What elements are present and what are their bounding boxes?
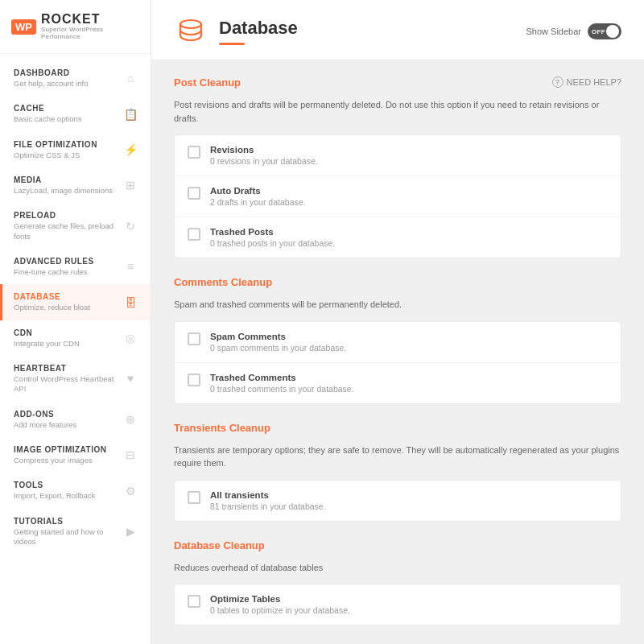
sidebar-item-advanced-rules[interactable]: ADVANCED RULES Fine-tune cache rules ≡ — [0, 249, 151, 284]
sidebar-item-file-optimization[interactable]: FILE OPTIMIZATION Optimize CSS & JS ⚡ — [0, 132, 151, 167]
page-header: Database Show Sidebar OFF — [151, 0, 644, 60]
sidebar-toggle-switch[interactable]: OFF — [588, 23, 621, 39]
section-comments-cleanup: Comments CleanupSpam and trashed comment… — [174, 276, 621, 404]
section-title-post-cleanup: Post Cleanup — [174, 76, 241, 89]
nav-label-cache: CACHE — [14, 103, 118, 114]
sidebar-item-preload[interactable]: PRELOAD Generate cache files, preload fo… — [0, 203, 151, 249]
nav-sublabel-tutorials: Getting started and how to videos — [14, 527, 118, 547]
logo: WP ROCKET Superior WordPress Performance — [0, 0, 151, 54]
nav-icon-cache: 📋 — [122, 105, 139, 123]
nav-label-tools: TOOLS — [14, 480, 118, 490]
options-card-comments-cleanup: Spam Comments 0 spam comments in your da… — [174, 321, 621, 404]
main-content: Database Show Sidebar OFF Post Cleanup ?… — [151, 0, 644, 644]
sidebar-item-media[interactable]: MEDIA LazyLoad, image dimensions ⊞ — [0, 167, 151, 203]
page-title-underline — [219, 43, 245, 45]
section-description-post-cleanup: Post revisions and drafts will be perman… — [174, 98, 621, 125]
table-row: Optimize Tables 0 tables to optimize in … — [175, 584, 621, 625]
checkbox-revisions[interactable] — [188, 146, 200, 159]
checkbox-trashed-comments[interactable] — [188, 374, 200, 386]
nav-sublabel-file-optimization: Optimize CSS & JS — [14, 151, 118, 160]
show-sidebar-label: Show Sidebar — [526, 27, 582, 36]
option-label-auto-drafts: Auto Drafts — [210, 186, 608, 196]
nav-sublabel-advanced-rules: Fine-tune cache rules — [14, 267, 118, 277]
sidebar-item-tools[interactable]: TOOLS Import, Export, Rollback ⚙ — [0, 473, 151, 508]
nav-icon-heartbeat: ♥ — [122, 369, 139, 387]
sidebar-item-dashboard[interactable]: DASHBOARD Get help, account info ⌂ — [0, 60, 151, 96]
nav-label-file-optimization: FILE OPTIMIZATION — [14, 139, 118, 150]
sidebar-item-heartbeat[interactable]: HEARTBEAT Control WordPress Heartbeat AP… — [0, 356, 151, 402]
option-sublabel-trashed-posts: 0 trashed posts in your database. — [210, 238, 608, 248]
nav-sublabel-cache: Basic cache options — [14, 114, 118, 124]
section-transients-cleanup: Transients CleanupTransients are tempora… — [174, 422, 621, 522]
sidebar-item-image-optimization[interactable]: IMAGE OPTIMIZATION Compress your images … — [0, 437, 151, 473]
nav-label-dashboard: DASHBOARD — [14, 68, 118, 78]
svg-point-0 — [180, 20, 201, 28]
table-row: Spam Comments 0 spam comments in your da… — [175, 322, 621, 363]
sidebar-item-database[interactable]: DATABASE Optimize, reduce bloat 🗄 — [0, 284, 151, 320]
options-card-database-cleanup: Optimize Tables 0 tables to optimize in … — [174, 584, 621, 625]
nav-label-advanced-rules: ADVANCED RULES — [14, 256, 118, 266]
option-sublabel-trashed-comments: 0 trashed comments in your database. — [210, 384, 608, 394]
nav-icon-media: ⊞ — [122, 176, 139, 194]
toggle-off-label: OFF — [592, 28, 605, 35]
option-label-trashed-posts: Trashed Posts — [210, 227, 608, 237]
nav-sublabel-add-ons: Add more features — [14, 420, 118, 430]
section-description-comments-cleanup: Spam and trashed comments will be perman… — [174, 298, 621, 312]
nav-icon-advanced-rules: ≡ — [122, 258, 139, 275]
nav-icon-cdn: ◎ — [122, 329, 139, 347]
nav-icon-tutorials: ▶ — [122, 522, 139, 540]
sidebar-item-add-ons[interactable]: ADD-ONS Add more features ⊕ — [0, 402, 151, 437]
nav-label-image-optimization: IMAGE OPTIMIZATION — [14, 444, 118, 455]
nav-label-cdn: CDN — [14, 328, 118, 338]
nav-sublabel-image-optimization: Compress your images — [14, 456, 118, 465]
nav-icon-tools: ⚙ — [122, 482, 139, 500]
sidebar-item-cache[interactable]: CACHE Basic cache options 📋 — [0, 96, 151, 131]
need-help-label: NEED HELP? — [567, 77, 621, 87]
nav-sublabel-dashboard: Get help, account info — [14, 79, 118, 89]
nav-label-heartbeat: HEARTBEAT — [14, 363, 118, 374]
section-header-database-cleanup: Database Cleanup — [174, 539, 621, 556]
nav-sublabel-cdn: Integrate your CDN — [14, 339, 118, 349]
nav-icon-preload: ↻ — [122, 217, 139, 235]
nav-label-tutorials: TUTORIALS — [14, 516, 118, 526]
checkbox-auto-drafts[interactable] — [188, 187, 200, 200]
nav-sublabel-heartbeat: Control WordPress Heartbeat API — [14, 374, 118, 394]
section-header-post-cleanup: Post Cleanup ? NEED HELP? — [174, 76, 621, 93]
show-sidebar-control[interactable]: Show Sidebar OFF — [526, 23, 622, 39]
checkbox-optimize-tables[interactable] — [188, 595, 200, 608]
logo-tagline: Superior WordPress Performance — [41, 26, 139, 40]
section-title-database-cleanup: Database Cleanup — [174, 539, 265, 551]
nav-icon-database: 🗄 — [122, 294, 139, 312]
checkbox-trashed-posts[interactable] — [188, 228, 200, 241]
option-label-trashed-comments: Trashed Comments — [210, 373, 608, 382]
need-help-button[interactable]: ? NEED HELP? — [552, 76, 621, 88]
options-card-post-cleanup: Revisions 0 revisions in your database. … — [174, 134, 621, 258]
toggle-knob — [606, 25, 619, 38]
sidebar-item-cdn[interactable]: CDN Integrate your CDN ◎ — [0, 320, 151, 356]
database-icon — [174, 14, 208, 48]
sidebar: WP ROCKET Superior WordPress Performance… — [0, 0, 151, 644]
sidebar-item-tutorials[interactable]: TUTORIALS Getting started and how to vid… — [0, 509, 151, 555]
checkbox-spam-comments[interactable] — [188, 332, 200, 345]
table-row: Trashed Posts 0 trashed posts in your da… — [175, 217, 621, 258]
option-sublabel-spam-comments: 0 spam comments in your database. — [210, 343, 608, 353]
nav-sublabel-database: Optimize, reduce bloat — [14, 303, 118, 312]
option-label-revisions: Revisions — [210, 145, 608, 155]
section-post-cleanup: Post Cleanup ? NEED HELP? Post revisions… — [174, 76, 621, 258]
checkbox-all-transients[interactable] — [188, 491, 200, 504]
logo-rocket-name: ROCKET — [41, 13, 139, 26]
page-title: Database — [219, 18, 298, 39]
nav-sublabel-preload: Generate cache files, preload fonts — [14, 221, 118, 242]
section-header-comments-cleanup: Comments Cleanup — [174, 276, 621, 293]
section-title-comments-cleanup: Comments Cleanup — [174, 276, 272, 288]
option-sublabel-revisions: 0 revisions in your database. — [210, 156, 608, 166]
section-header-transients-cleanup: Transients Cleanup — [174, 422, 621, 439]
section-description-database-cleanup: Reduces overhead of database tables — [174, 561, 621, 575]
section-title-transients-cleanup: Transients Cleanup — [174, 422, 270, 434]
table-row: All transients 81 transients in your dat… — [175, 481, 621, 521]
page-title-section: Database — [174, 14, 298, 48]
table-row: Trashed Comments 0 trashed comments in y… — [175, 363, 621, 403]
nav-label-media: MEDIA — [14, 175, 118, 185]
need-help-icon: ? — [552, 76, 564, 88]
option-sublabel-optimize-tables: 0 tables to optimize in your database. — [210, 605, 608, 615]
